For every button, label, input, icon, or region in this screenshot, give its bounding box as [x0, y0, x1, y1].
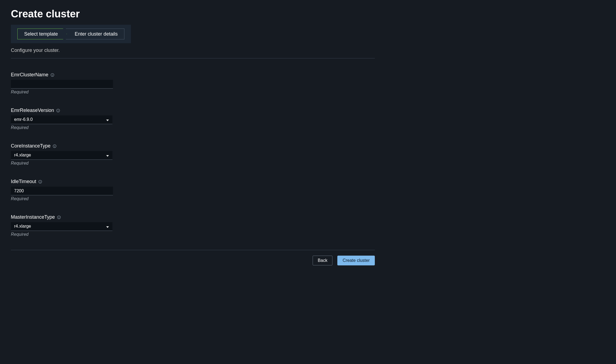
field-label: CoreInstanceType: [11, 143, 51, 149]
step-label: Select template: [24, 31, 58, 37]
field-emr-release-version: EmrReleaseVersion emr-6.9.0 Required: [11, 108, 375, 130]
divider: [11, 250, 375, 250]
info-icon[interactable]: [57, 215, 61, 219]
step-label: Enter cluster details: [75, 31, 118, 37]
divider: [11, 58, 375, 58]
field-label: EmrReleaseVersion: [11, 108, 54, 113]
svg-point-2: [52, 74, 53, 74]
emr-release-version-select[interactable]: emr-6.9.0: [11, 115, 112, 124]
helper-text: Required: [11, 125, 375, 130]
back-button[interactable]: Back: [313, 256, 333, 265]
field-emr-cluster-name: EmrClusterName Required: [11, 72, 375, 95]
idle-timeout-input[interactable]: [11, 187, 113, 195]
select-value: emr-6.9.0: [14, 117, 33, 122]
helper-text: Required: [11, 90, 375, 95]
field-label: EmrClusterName: [11, 72, 48, 78]
svg-point-13: [40, 181, 41, 181]
step-select-template[interactable]: Select template: [17, 29, 67, 39]
helper-text: Required: [11, 232, 375, 237]
emr-cluster-name-input[interactable]: [11, 80, 113, 89]
helper-text: Required: [11, 196, 375, 201]
svg-point-9: [54, 145, 55, 146]
info-icon[interactable]: [56, 109, 60, 112]
select-value: r4.xlarge: [14, 224, 31, 228]
stepper-container: Select template Enter cluster details: [11, 25, 131, 43]
helper-text: Required: [11, 161, 375, 166]
field-label: MasterInstanceType: [11, 214, 55, 220]
button-row: Back Create cluster: [11, 256, 375, 265]
field-idle-timeout: IdleTimeout Required: [11, 179, 375, 201]
select-value: r4.xlarge: [14, 153, 31, 157]
field-master-instance-type: MasterInstanceType r4.xlarge Required: [11, 214, 375, 237]
svg-point-5: [58, 109, 58, 110]
page-title: Create cluster: [11, 8, 375, 20]
page-subtitle: Configure your cluster.: [11, 48, 375, 53]
step-enter-cluster-details[interactable]: Enter cluster details: [66, 29, 124, 39]
info-icon[interactable]: [38, 180, 42, 184]
info-icon[interactable]: [51, 73, 54, 77]
stepper: Select template Enter cluster details: [17, 29, 124, 39]
info-icon[interactable]: [53, 144, 56, 148]
field-label: IdleTimeout: [11, 179, 36, 184]
create-cluster-button[interactable]: Create cluster: [337, 256, 375, 265]
field-core-instance-type: CoreInstanceType r4.xlarge Required: [11, 143, 375, 166]
svg-point-16: [59, 216, 59, 217]
master-instance-type-select[interactable]: r4.xlarge: [11, 222, 112, 231]
core-instance-type-select[interactable]: r4.xlarge: [11, 151, 112, 160]
